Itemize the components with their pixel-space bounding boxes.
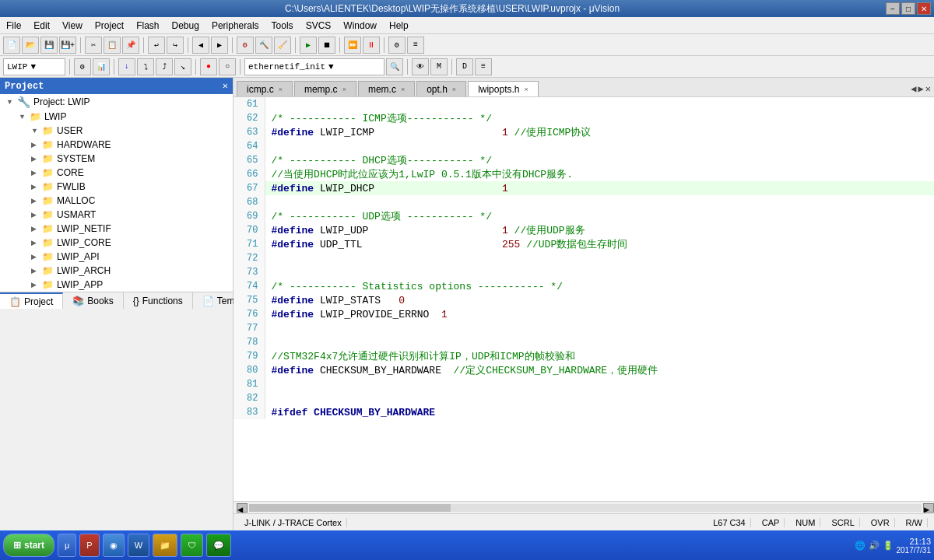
tab-icmp-c[interactable]: icmp.c × <box>237 81 293 96</box>
code-line-61[interactable]: 61 <box>234 97 934 111</box>
menu-view[interactable]: View <box>56 19 89 33</box>
sidebar-close-icon[interactable]: ✕ <box>223 80 228 92</box>
find-func-btn[interactable]: 🔍 <box>386 58 403 75</box>
menu-peripherals[interactable]: Peripherals <box>205 19 265 33</box>
maximize-button[interactable]: □ <box>901 2 915 15</box>
back-btn[interactable]: ◀ <box>192 37 209 54</box>
tab-books[interactable]: 📚 Books <box>63 292 123 309</box>
hscroll-thumb[interactable] <box>249 504 451 512</box>
menu-window[interactable]: Window <box>337 19 383 33</box>
menu-tools[interactable]: Tools <box>265 19 300 33</box>
code-line-79[interactable]: 79//STM32F4x7允许通过硬件识别和计算IP，UDP和ICMP的帧校验和 <box>234 349 934 363</box>
step-over-btn[interactable]: ⤵ <box>137 58 154 75</box>
tab-mem-c[interactable]: mem.c × <box>358 81 415 96</box>
tab-opt-h[interactable]: opt.h × <box>416 81 466 96</box>
clean-btn[interactable]: 🧹 <box>274 37 291 54</box>
taskbar-chrome[interactable]: ◉ <box>103 534 125 557</box>
function-dropdown[interactable]: ethernetif_init ▼ <box>244 58 384 75</box>
tab-right-btn[interactable]: ▶ <box>918 83 924 95</box>
code-line-64[interactable]: 64 <box>234 139 934 153</box>
clear-bp-btn[interactable]: ○ <box>219 58 236 75</box>
hscroll-track[interactable] <box>249 504 922 512</box>
tree-item-system[interactable]: ▶ 📁 SYSTEM <box>0 152 233 166</box>
tab-lwipopts-h-close[interactable]: × <box>525 86 528 93</box>
open-btn[interactable]: 📂 <box>22 37 39 54</box>
cut-btn[interactable]: ✂ <box>85 37 102 54</box>
tree-item-usmart[interactable]: ▶ 📁 USMART <box>0 208 233 222</box>
code-line-63[interactable]: 63#define LWIP_ICMP 1 //使用ICMP协议 <box>234 125 934 139</box>
save-all-btn[interactable]: 💾+ <box>59 37 76 54</box>
build-btn[interactable]: ⚙ <box>237 37 254 54</box>
code-line-78[interactable]: 78 <box>234 335 934 349</box>
tree-item-lwip-netif[interactable]: ▶ 📁 LWIP_NETIF <box>0 222 233 236</box>
taskbar-explorer[interactable]: 📁 <box>153 534 177 557</box>
menu-file[interactable]: File <box>0 19 27 33</box>
forward-btn[interactable]: ▶ <box>211 37 228 54</box>
copy-btn[interactable]: 📋 <box>104 37 121 54</box>
menu-help[interactable]: Help <box>383 19 415 33</box>
code-line-66[interactable]: 66//当使用DHCP时此位应该为1,LwIP 0.5.1版本中没有DHCP服务… <box>234 167 934 181</box>
more2-btn[interactable]: ≡ <box>475 58 492 75</box>
code-line-67[interactable]: 67#define LWIP_DHCP 1 <box>234 181 934 195</box>
tab-left-btn[interactable]: ◀ <box>911 83 916 95</box>
code-line-70[interactable]: 70#define LWIP_UDP 1 //使用UDP服务 <box>234 223 934 237</box>
code-line-75[interactable]: 75#define LWIP_STATS 0 <box>234 293 934 307</box>
code-line-76[interactable]: 76#define LWIP_PROVIDE_ERRNO 1 <box>234 307 934 321</box>
minimize-button[interactable]: − <box>886 2 900 15</box>
code-line-77[interactable]: 77 <box>234 321 934 335</box>
settings-btn[interactable]: ⚙ <box>388 37 406 54</box>
code-line-80[interactable]: 80#define CHECKSUM_BY_HARDWARE //定义CHECK… <box>234 363 934 377</box>
tab-icmp-c-close[interactable]: × <box>279 86 283 93</box>
menu-project[interactable]: Project <box>89 19 130 33</box>
tab-opt-h-close[interactable]: × <box>452 86 456 93</box>
tree-item-user[interactable]: ▼ 📁 USER <box>0 124 233 138</box>
code-line-74[interactable]: 74/* ----------- Statistics options ----… <box>234 279 934 293</box>
tree-item-core[interactable]: ▶ 📁 CORE <box>0 166 233 180</box>
hscroll[interactable]: ◀ ▶ <box>234 501 934 513</box>
more-btn[interactable]: ≡ <box>407 37 424 54</box>
menu-debug[interactable]: Debug <box>166 19 205 33</box>
tab-project[interactable]: 📋 Project <box>0 292 63 309</box>
titlebar-controls[interactable]: − □ ✕ <box>886 2 931 15</box>
code-line-73[interactable]: 73 <box>234 265 934 279</box>
target-options-btn[interactable]: ⚙ <box>74 58 91 75</box>
code-line-68[interactable]: 68 <box>234 195 934 209</box>
new-file-btn[interactable]: 📄 <box>3 37 20 54</box>
tree-item-lwip-api[interactable]: ▶ 📁 LWIP_API <box>0 250 233 264</box>
taskbar-powerpoint[interactable]: P <box>79 534 99 557</box>
tree-item-lwip-core[interactable]: ▶ 📁 LWIP_CORE <box>0 236 233 250</box>
debug-start-btn[interactable]: ▶ <box>300 37 317 54</box>
code-line-72[interactable]: 72 <box>234 251 934 265</box>
manage-btn[interactable]: 📊 <box>93 58 110 75</box>
step-out-btn[interactable]: ⤴ <box>156 58 173 75</box>
tab-lwipopts-h[interactable]: lwipopts.h × <box>468 81 539 96</box>
code-line-71[interactable]: 71#define UDP_TTL 255 //UDP数据包生存时间 <box>234 237 934 251</box>
code-line-83[interactable]: 83#ifdef CHECKSUM_BY_HARDWARE <box>234 405 934 419</box>
mem-btn[interactable]: M <box>430 58 448 75</box>
tree-item-hardware[interactable]: ▶ 📁 HARDWARE <box>0 138 233 152</box>
stop-btn[interactable]: ⏸ <box>363 37 380 54</box>
taskbar-word[interactable]: W <box>128 534 149 557</box>
build-all-btn[interactable]: 🔨 <box>255 37 272 54</box>
paste-btn[interactable]: 📌 <box>122 37 139 54</box>
breakpoint-btn[interactable]: ● <box>200 58 217 75</box>
code-line-82[interactable]: 82 <box>234 391 934 405</box>
start-button[interactable]: ⊞ start <box>3 534 54 557</box>
menu-flash[interactable]: Flash <box>130 19 165 33</box>
code-line-62[interactable]: 62/* ----------- ICMP选项----------- */ <box>234 111 934 125</box>
disasm-btn[interactable]: D <box>456 58 473 75</box>
run-to-btn[interactable]: ↘ <box>174 58 191 75</box>
save-btn[interactable]: 💾 <box>40 37 58 54</box>
tree-item-fwlib[interactable]: ▶ 📁 FWLIB <box>0 180 233 194</box>
redo-btn[interactable]: ↪ <box>167 37 184 54</box>
tab-memp-c-close[interactable]: × <box>342 86 346 93</box>
tree-item-lwip-app[interactable]: ▶ 📁 LWIP_APP <box>0 278 233 292</box>
undo-btn[interactable]: ↩ <box>148 37 165 54</box>
close-button[interactable]: ✕ <box>917 2 931 15</box>
hscroll-right[interactable]: ▶ <box>923 503 934 513</box>
menu-edit[interactable]: Edit <box>27 19 56 33</box>
taskbar-360[interactable]: 🛡 <box>181 534 203 557</box>
tab-memp-c[interactable]: memp.c × <box>294 81 356 96</box>
code-line-69[interactable]: 69/* ----------- UDP选项 ----------- */ <box>234 209 934 223</box>
tab-mem-c-close[interactable]: × <box>401 86 405 93</box>
